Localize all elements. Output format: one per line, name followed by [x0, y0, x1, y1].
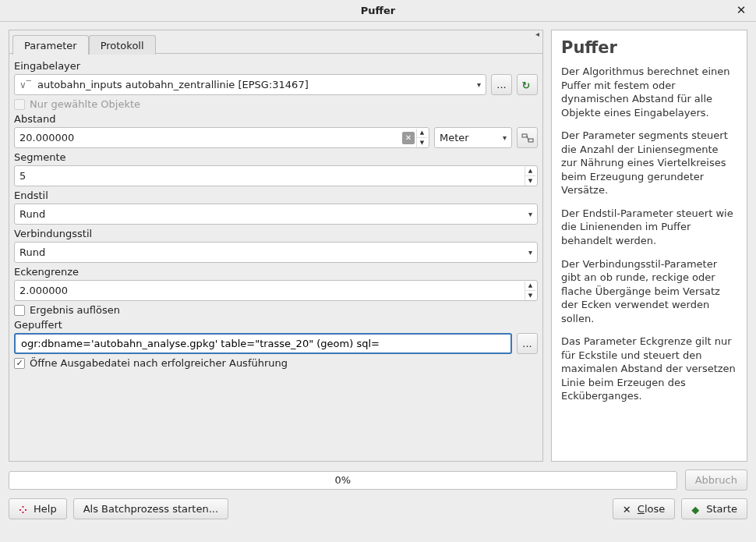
link-icon [521, 133, 534, 143]
titlebar: Puffer ✕ [0, 0, 756, 22]
chevron-down-icon: ▾ [477, 80, 481, 89]
endstyle-select[interactable]: Rund ▾ [14, 204, 538, 225]
svg-rect-1 [528, 139, 533, 142]
help-paragraph: Der Parameter segments steuert die Anzah… [561, 129, 737, 197]
open-after-checkbox[interactable] [14, 358, 25, 369]
chevron-down-icon: ▾ [503, 133, 507, 142]
input-layer-combo[interactable]: ∨‾ autobahn_inputs autobahn_zentrallinie… [14, 74, 486, 95]
joinstyle-select[interactable]: Rund ▾ [14, 242, 538, 263]
help-panel: Puffer Der Algorithmus berechnet einen P… [551, 30, 747, 462]
run-icon: ◆ [691, 504, 702, 515]
run-button[interactable]: ◆ Starte [681, 498, 747, 519]
distance-unit-value: Meter [440, 132, 469, 143]
iterate-layers-button[interactable]: ↻ [517, 74, 538, 95]
help-paragraph: Der Algorithmus berechnet einen Puffer m… [561, 65, 737, 119]
help-button[interactable]: ⁘ Help [9, 498, 67, 519]
output-browse-button[interactable]: ... [517, 333, 538, 354]
input-layer-browse-button[interactable]: ... [491, 74, 512, 95]
help-icon: ⁘ [19, 504, 30, 515]
close-button[interactable]: ✕ Close [613, 498, 675, 519]
miter-step-down[interactable]: ▼ [525, 291, 535, 300]
distance-unit-select[interactable]: Meter ▾ [434, 127, 512, 148]
window-title: Puffer [361, 5, 396, 16]
help-button-label: Help [34, 503, 57, 515]
help-title: Puffer [561, 38, 737, 57]
endstyle-value: Rund [19, 208, 45, 220]
help-paragraph: Das Parameter Eckgrenze gilt nur für Eck… [561, 335, 737, 403]
parameters-panel: ◂ Parameter Protokoll Eingabelayer ∨‾ au… [9, 30, 543, 462]
segments-input[interactable]: 5 ▲ ▼ [14, 165, 538, 186]
label-miter-limit: Eckengrenze [14, 266, 538, 278]
svg-rect-0 [522, 134, 527, 137]
output-path-input[interactable] [14, 333, 512, 354]
segments-value: 5 [19, 170, 26, 182]
distance-step-up[interactable]: ▲ [416, 129, 427, 139]
label-buffered: Gepuffert [14, 319, 538, 331]
segments-step-up[interactable]: ▲ [525, 167, 535, 177]
label-distance: Abstand [14, 113, 538, 125]
chevron-down-icon: ▾ [528, 248, 532, 257]
abort-button: Abbruch [685, 469, 747, 491]
run-as-batch-button[interactable]: Als Batchprozess starten... [73, 498, 228, 519]
help-paragraph: Der Verbindungsstil-Parameter gibt an ob… [561, 257, 737, 326]
progress-text: 0% [335, 474, 352, 486]
data-defined-override-button[interactable] [517, 127, 538, 148]
chevron-down-icon: ▾ [528, 210, 532, 218]
miter-step-up[interactable]: ▲ [525, 282, 535, 292]
tab-protocol[interactable]: Protokoll [89, 35, 156, 55]
label-only-selected: Nur gewählte Objekte [30, 98, 140, 110]
progress-bar: 0% [9, 471, 677, 490]
reload-icon: ↻ [522, 80, 533, 90]
label-dissolve: Ergebnis auflösen [30, 304, 120, 316]
miter-limit-value: 2.000000 [19, 285, 68, 296]
svg-line-2 [527, 136, 528, 140]
distance-value: 20.000000 [19, 132, 74, 143]
input-layer-value: autobahn_inputs autobahn_zentrallinie [E… [37, 79, 309, 90]
segments-step-down[interactable]: ▼ [525, 176, 535, 186]
only-selected-checkbox [14, 99, 25, 110]
window-close-button[interactable]: ✕ [734, 3, 748, 17]
label-segments: Segmente [14, 151, 538, 163]
label-joinstyle: Verbindungsstil [14, 228, 538, 239]
run-button-label: Starte [706, 503, 737, 515]
output-path-value[interactable] [19, 334, 507, 353]
miter-limit-input[interactable]: 2.000000 ▲ ▼ [14, 280, 538, 301]
line-layer-icon: ∨‾ [19, 80, 31, 90]
close-button-label: Close [638, 503, 665, 515]
close-icon: ✕ [623, 504, 634, 515]
label-open-after: Öffne Ausgabedatei nach erfolgreicher Au… [30, 357, 288, 369]
tab-parameter[interactable]: Parameter [12, 35, 89, 55]
dissolve-checkbox[interactable] [14, 305, 25, 316]
distance-input[interactable]: 20.000000 ✕ ▲ ▼ [14, 127, 429, 148]
help-paragraph: Der Endstil-Parameter steuert wie die Li… [561, 207, 737, 248]
label-endstyle: Endstil [14, 190, 538, 201]
clear-distance-button[interactable]: ✕ [402, 132, 415, 144]
joinstyle-value: Rund [19, 246, 45, 258]
distance-step-down[interactable]: ▼ [416, 138, 427, 147]
label-input-layer: Eingabelayer [14, 60, 538, 72]
